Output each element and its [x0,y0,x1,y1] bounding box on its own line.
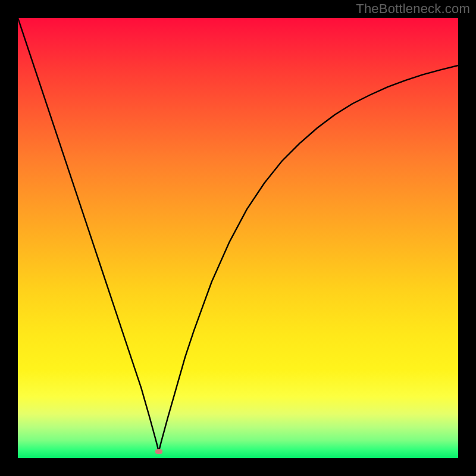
watermark-text: TheBottleneck.com [356,1,470,17]
bottleneck-curve [18,18,458,452]
dip-marker [155,449,162,454]
curve-svg [18,18,458,458]
plot-area [18,18,458,458]
chart-frame: TheBottleneck.com [0,0,476,476]
